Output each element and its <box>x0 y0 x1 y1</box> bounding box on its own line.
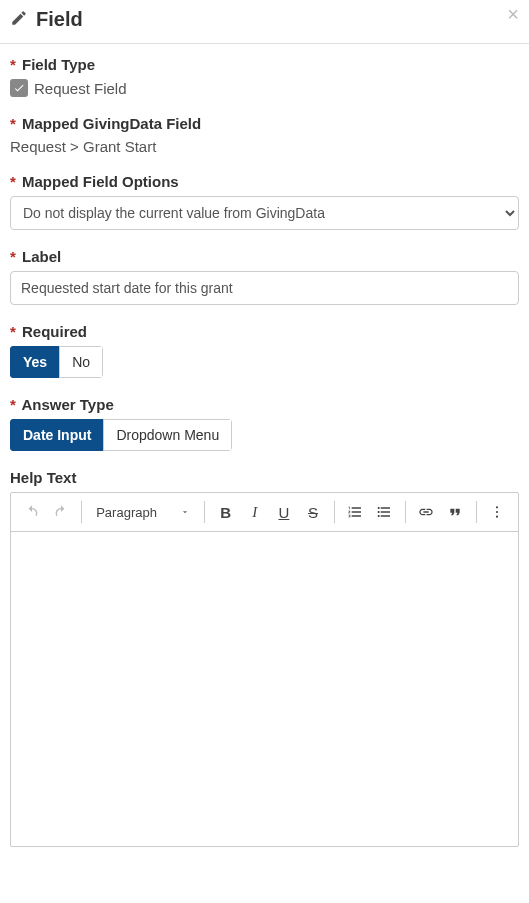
answer-type-label: * Answer Type <box>10 396 519 413</box>
request-field-checkbox-label: Request Field <box>34 80 127 97</box>
svg-point-1 <box>496 511 498 513</box>
toolbar-separator <box>476 501 477 523</box>
mapped-options-label: * Mapped Field Options <box>10 173 519 190</box>
paragraph-style-label: Paragraph <box>96 505 157 520</box>
blockquote-icon[interactable] <box>441 497 470 527</box>
form-content: * Field Type Request Field * Mapped Givi… <box>0 44 529 859</box>
help-text-section: Help Text Paragraph B I U S <box>10 469 519 847</box>
help-text-label: Help Text <box>10 469 519 486</box>
bold-icon[interactable]: B <box>211 497 240 527</box>
chevron-down-icon <box>180 507 190 517</box>
mapped-field-label: * Mapped GivingData Field <box>10 115 519 132</box>
more-icon[interactable] <box>483 497 512 527</box>
toolbar-separator <box>204 501 205 523</box>
field-type-label: * Field Type <box>10 56 519 73</box>
mapped-field-section: * Mapped GivingData Field Request > Gran… <box>10 115 519 155</box>
required-no-button[interactable]: No <box>59 346 103 378</box>
required-toggle: Yes No <box>10 346 103 378</box>
checkbox-checked-icon[interactable] <box>10 79 28 97</box>
undo-icon[interactable] <box>17 497 46 527</box>
field-type-section: * Field Type Request Field <box>10 56 519 97</box>
toolbar-separator <box>81 501 82 523</box>
answer-type-dropdown-button[interactable]: Dropdown Menu <box>103 419 232 451</box>
required-section: * Required Yes No <box>10 323 519 378</box>
bullet-list-icon[interactable] <box>370 497 399 527</box>
page-title: Field <box>36 8 83 31</box>
label-field-label: * Label <box>10 248 519 265</box>
svg-point-0 <box>496 506 498 508</box>
answer-type-toggle: Date Input Dropdown Menu <box>10 419 232 451</box>
link-icon[interactable] <box>412 497 441 527</box>
italic-icon[interactable]: I <box>240 497 269 527</box>
header: Field × <box>0 0 529 44</box>
required-yes-button[interactable]: Yes <box>10 346 60 378</box>
pencil-icon <box>10 9 28 30</box>
paragraph-style-select[interactable]: Paragraph <box>88 497 198 527</box>
mapped-options-select[interactable]: Do not display the current value from Gi… <box>10 196 519 230</box>
answer-type-section: * Answer Type Date Input Dropdown Menu <box>10 396 519 451</box>
label-input[interactable] <box>10 271 519 305</box>
label-section: * Label <box>10 248 519 305</box>
editor-textarea[interactable] <box>11 532 518 846</box>
mapped-field-value: Request > Grant Start <box>10 138 519 155</box>
required-label: * Required <box>10 323 519 340</box>
rich-text-editor: Paragraph B I U S <box>10 492 519 847</box>
strikethrough-icon[interactable]: S <box>298 497 327 527</box>
underline-icon[interactable]: U <box>269 497 298 527</box>
request-field-checkbox-row: Request Field <box>10 79 519 97</box>
toolbar-separator <box>334 501 335 523</box>
numbered-list-icon[interactable] <box>341 497 370 527</box>
editor-toolbar: Paragraph B I U S <box>11 493 518 532</box>
toolbar-separator <box>405 501 406 523</box>
mapped-options-section: * Mapped Field Options Do not display th… <box>10 173 519 230</box>
answer-type-date-button[interactable]: Date Input <box>10 419 104 451</box>
redo-icon[interactable] <box>46 497 75 527</box>
svg-point-2 <box>496 516 498 518</box>
close-icon[interactable]: × <box>507 4 519 24</box>
